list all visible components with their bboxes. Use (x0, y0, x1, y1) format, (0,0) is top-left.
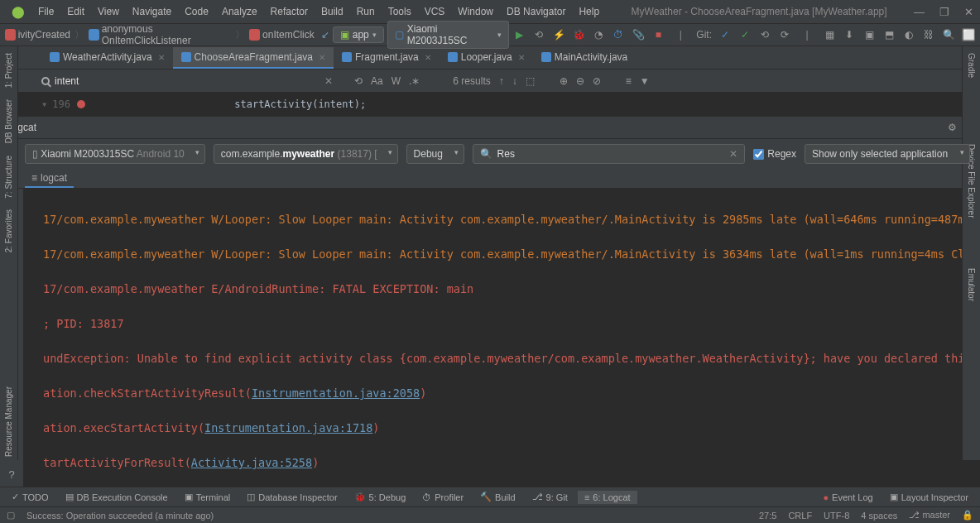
tab-close-icon[interactable]: ✕ (158, 53, 165, 62)
find-regex-icon[interactable]: .∗ (409, 75, 420, 87)
resource-icon[interactable]: ⬒ (882, 28, 896, 41)
find-word-icon[interactable]: W (392, 75, 401, 87)
toolwin-gradle[interactable]: Gradle (967, 50, 976, 81)
toolwin-git[interactable]: ⎇ 9: Git (526, 490, 574, 504)
menu-help[interactable]: Help (574, 4, 604, 19)
git-revert-icon[interactable]: ⟳ (778, 28, 791, 41)
logcat-filter-clear-icon[interactable]: ✕ (729, 148, 737, 160)
logcat-filter-selector[interactable]: Show only selected application (805, 144, 970, 164)
toolwin-favorites[interactable]: 2: Favorites (4, 206, 13, 256)
status-lineending[interactable]: CRLF (788, 511, 812, 521)
profile-avatar-icon[interactable]: ⬜ (962, 28, 975, 41)
logcat-level-selector[interactable]: Debug (406, 144, 464, 164)
toolwin-eventlog[interactable]: ● Event Log (816, 491, 879, 504)
find-remove-sel-icon[interactable]: ⊖ (576, 75, 584, 87)
coverage-icon[interactable]: ◔ (592, 28, 605, 41)
layout-inspect-icon[interactable]: ▣ (862, 28, 876, 41)
menu-edit[interactable]: Edit (62, 4, 89, 19)
menu-navigate[interactable]: Navigate (127, 4, 176, 19)
sync-icon[interactable]: ↙ (321, 29, 329, 41)
stacktrace-link[interactable]: Instrumentation.java:1718 (204, 421, 372, 434)
menu-refactor[interactable]: Refactor (266, 4, 313, 19)
logcat-filter-input[interactable] (497, 148, 725, 160)
logcat-package-selector[interactable]: com.example.myweather (13817) [ (214, 144, 398, 164)
toolwin-debug[interactable]: 🐞 5: Debug (348, 490, 413, 504)
menu-vcs[interactable]: VCS (420, 4, 450, 19)
run-config-selector[interactable]: ▣app▾ (333, 26, 384, 43)
git-commit-icon[interactable]: ✓ (738, 28, 752, 41)
logcat-regex-checkbox[interactable]: Regex (753, 148, 796, 160)
tab-close-icon[interactable]: ✕ (425, 53, 431, 62)
close-icon[interactable]: ✕ (964, 6, 973, 18)
menu-run[interactable]: Run (352, 4, 380, 19)
logcat-output[interactable]: 17/com.example.myweather W/Looper: Slow … (23, 189, 980, 487)
theme-icon[interactable]: ◐ (902, 28, 915, 41)
find-select-all-icon[interactable]: ⬚ (526, 75, 535, 87)
run-icon[interactable]: ▶ (512, 28, 526, 41)
crumb-b[interactable]: anonymous OnItemClickListener (102, 23, 232, 46)
status-lock-icon[interactable]: 🔒 (962, 510, 973, 521)
status-position[interactable]: 27:5 (759, 511, 776, 521)
find-next-icon[interactable]: ↓ (512, 75, 517, 87)
status-branch[interactable]: ⎇ master (909, 510, 950, 521)
apply-code-icon[interactable]: ⚡ (552, 28, 565, 41)
toolwin-resourcemgr[interactable]: Resource Manager (4, 383, 13, 460)
find-case-icon[interactable]: Aa (371, 75, 383, 87)
tab-looper[interactable]: Looper.java✕ (440, 47, 533, 69)
logcat-help-icon[interactable]: ? (4, 467, 19, 482)
toolwin-profiler[interactable]: ⏱ Profiler (416, 491, 470, 504)
stop-icon[interactable]: ■ (651, 28, 665, 41)
debug-icon[interactable]: 🐞 (572, 28, 585, 41)
toolwin-dbbrowser[interactable]: DB Browser (4, 96, 13, 146)
crumb-a[interactable]: ivityCreated (18, 29, 70, 41)
avd-icon[interactable]: ▦ (823, 28, 836, 41)
crumb-c[interactable]: onItemClick (262, 29, 315, 41)
apply-changes-icon[interactable]: ⟲ (532, 28, 545, 41)
toolwin-dbinspector[interactable]: ◫ Database Inspector (240, 490, 343, 504)
toolwin-logcat[interactable]: ≡ 6: Logcat (578, 491, 637, 504)
find-clear-icon[interactable]: ✕ (324, 75, 333, 87)
profile-icon[interactable]: ⏱ (612, 28, 625, 41)
tab-close-icon[interactable]: ✕ (319, 53, 325, 62)
device-selector[interactable]: ▢Xiaomi M2003J15SC▾ (387, 21, 510, 49)
statusbar-toggle-icon[interactable]: ▢ (7, 510, 15, 521)
search-everywhere-icon[interactable]: 🔍 (942, 28, 955, 41)
git-history-icon[interactable]: ⟲ (758, 28, 771, 41)
menu-tools[interactable]: Tools (383, 4, 416, 19)
tab-chooseareafragment[interactable]: ChooseAreaFragment.java✕ (173, 47, 334, 69)
stacktrace-link[interactable]: Instrumentation.java:2058 (252, 386, 420, 400)
app-links-icon[interactable]: ⛓ (922, 28, 935, 41)
tab-mainactivity[interactable]: MainActivity.java (533, 47, 636, 69)
menu-build[interactable]: Build (316, 4, 348, 19)
find-input[interactable] (55, 75, 319, 87)
find-filter-icon[interactable]: ≡ (626, 75, 632, 87)
toolwin-structure[interactable]: 7: Structure (4, 152, 13, 202)
find-add-sel-icon[interactable]: ⊕ (560, 75, 568, 87)
menu-file[interactable]: File (33, 4, 59, 19)
find-prev-icon[interactable]: ↑ (499, 75, 504, 87)
status-encoding[interactable]: UTF-8 (824, 511, 849, 521)
tab-fragment[interactable]: Fragment.java✕ (334, 47, 440, 69)
breakpoint-icon[interactable] (77, 100, 85, 108)
toolwin-dbconsole[interactable]: ▤ DB Execution Console (59, 490, 175, 504)
attach-icon[interactable]: 📎 (632, 28, 645, 41)
toolwin-layoutinspector[interactable]: ▣ Layout Inspector (883, 490, 975, 504)
toolwin-emulator[interactable]: Emulator (967, 265, 976, 305)
find-exclude-icon[interactable]: ⊘ (593, 75, 601, 87)
logcat-gear-icon[interactable]: ⚙ (948, 122, 957, 133)
status-indent[interactable]: 4 spaces (861, 511, 897, 521)
menu-view[interactable]: View (93, 4, 124, 19)
logcat-device-selector[interactable]: ▯ Xiaomi M2003J15SC Android 10 (25, 144, 205, 164)
menu-window[interactable]: Window (453, 4, 498, 19)
toolwin-todo[interactable]: ✓ TODO (5, 490, 55, 504)
tab-close-icon[interactable]: ✕ (518, 53, 525, 62)
tab-weatheractivity[interactable]: WeatherActivity.java✕ (41, 47, 173, 69)
maximize-icon[interactable]: ❐ (939, 6, 949, 18)
toolwin-terminal[interactable]: ▣ Terminal (178, 490, 238, 504)
menu-analyze[interactable]: Analyze (217, 4, 262, 19)
sdk-icon[interactable]: ⬇ (843, 28, 856, 41)
menu-dbnav[interactable]: DB Navigator (502, 4, 570, 19)
toolwin-project[interactable]: 1: Project (4, 50, 13, 91)
find-funnel-icon[interactable]: ▼ (640, 75, 650, 87)
git-update-icon[interactable]: ✓ (718, 28, 732, 41)
